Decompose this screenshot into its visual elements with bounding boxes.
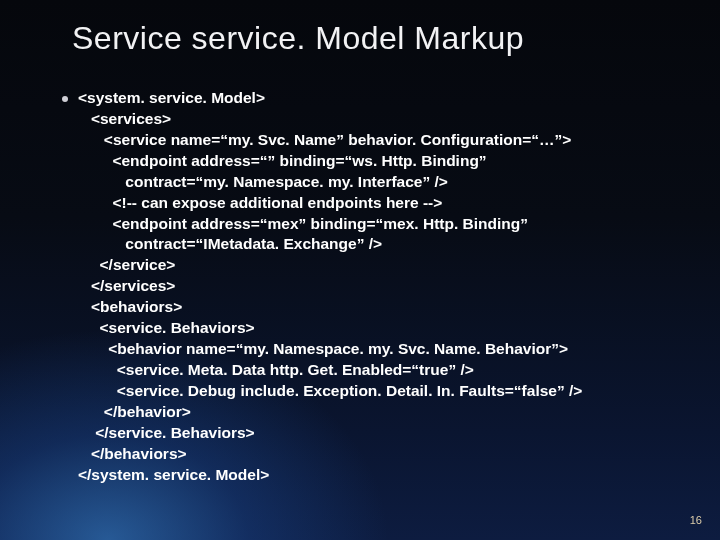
slide-title: Service service. Model Markup — [72, 20, 524, 57]
code-block: <system. service. Model> <services> <ser… — [78, 88, 582, 486]
bullet-icon — [62, 96, 68, 102]
slide-body: <system. service. Model> <services> <ser… — [62, 88, 690, 486]
page-number: 16 — [690, 514, 702, 526]
bullet-item: <system. service. Model> <services> <ser… — [62, 88, 690, 486]
slide: Service service. Model Markup <system. s… — [0, 0, 720, 540]
